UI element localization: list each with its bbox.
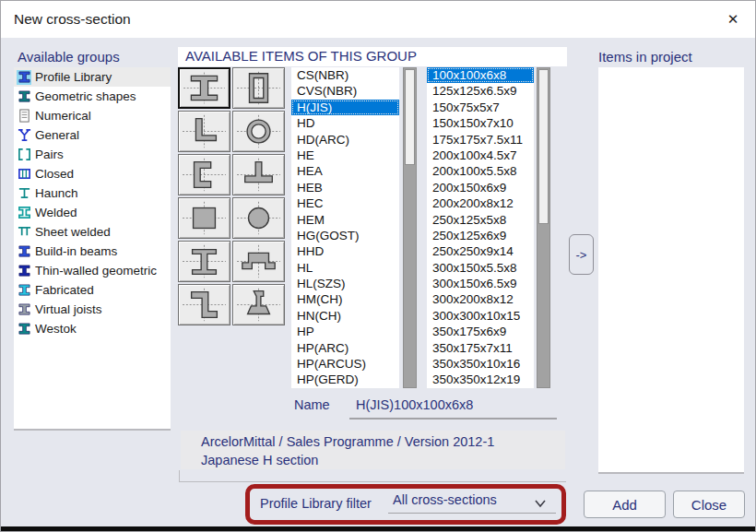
profile-type-item[interactable]: HM(CH) <box>291 291 399 307</box>
profile-type-item[interactable]: HL <box>291 260 399 276</box>
filter-underline <box>388 513 556 514</box>
profile-size-item[interactable]: 150x150x7x10 <box>427 115 534 131</box>
profile-size-item[interactable]: 300x150x6.5x9 <box>427 276 534 291</box>
profile-size-item[interactable]: 125x125x6.5x9 <box>427 83 534 99</box>
sidebar-item-fabricated[interactable]: Fabricated <box>14 280 171 300</box>
rectangular-hollow-icon <box>233 68 284 108</box>
profile-size-item[interactable]: 100x100x6x8 <box>427 67 534 83</box>
close-button[interactable]: Close <box>673 491 745 518</box>
profile-size-item[interactable]: 250x125x6x9 <box>427 228 534 243</box>
profile-library-filter-dropdown[interactable]: All cross-sections <box>393 492 497 507</box>
profile-size-item[interactable]: 200x150x6x9 <box>427 180 534 195</box>
circular-hollow-button[interactable] <box>232 111 285 152</box>
profile-type-item[interactable]: HP(ARCUS) <box>291 356 399 372</box>
available-groups-list[interactable]: Profile LibraryGeometric shapesNumerical… <box>14 67 171 431</box>
title-bar: New cross-section ✕ <box>1 1 755 38</box>
profile-size-item[interactable]: 300x200x8x12 <box>427 291 534 307</box>
i-section-button[interactable] <box>178 67 230 109</box>
profile-size-scrollbar[interactable] <box>537 67 550 388</box>
t-section-icon <box>233 155 284 195</box>
rolled-i-beam-icon <box>179 242 230 281</box>
solid-circle-icon <box>233 198 284 238</box>
profile-type-item[interactable]: HE <box>291 148 399 163</box>
profile-size-item[interactable]: 200x100x4.5x7 <box>427 148 534 163</box>
profile-type-scrollbar-thumb[interactable] <box>405 69 415 165</box>
sidebar-item-build-in-beams[interactable]: Build-in beams <box>14 242 171 261</box>
profile-type-item[interactable]: HN(CH) <box>291 308 399 324</box>
sidebar-item-sheet-welded[interactable]: Sheet welded <box>14 222 171 242</box>
profile-type-item[interactable]: HD <box>291 115 399 131</box>
items-in-project-header: Items in project <box>598 49 692 65</box>
profile-size-item[interactable]: 300x150x5.5x8 <box>427 260 534 276</box>
profile-size-item[interactable]: 175x175x7.5x11 <box>427 132 534 148</box>
sidebar-item-geometric-shapes[interactable]: Geometric shapes <box>14 87 171 106</box>
sidebar-item-westok[interactable]: Westok <box>14 319 171 338</box>
c-channel-button[interactable] <box>178 154 230 195</box>
general-icon <box>17 128 31 143</box>
transfer-to-project-button[interactable]: -> <box>569 234 594 275</box>
sidebar-item-label: Virtual joists <box>35 302 102 316</box>
close-icon[interactable]: ✕ <box>722 8 744 30</box>
name-value[interactable]: H(JIS)100x100x6x8 <box>356 397 473 412</box>
profile-size-item[interactable]: 350x350x12x19 <box>427 372 534 387</box>
solid-circle-button[interactable] <box>232 197 285 239</box>
name-label: Name <box>294 397 330 412</box>
profile-size-item[interactable]: 350x175x7x11 <box>427 340 534 356</box>
sidebar-item-profile-library[interactable]: Profile Library <box>14 67 171 87</box>
thin-walled-geometric-icon <box>17 264 31 278</box>
sidebar-item-label: Numerical <box>35 109 91 123</box>
sidebar-item-thin-walled-geometric[interactable]: Thin-walled geometric <box>14 261 171 280</box>
profile-size-item[interactable]: 300x300x10x15 <box>427 308 534 324</box>
haunch-icon <box>17 186 31 201</box>
profile-type-item[interactable]: HEM <box>291 212 399 228</box>
sidebar-item-virtual-joists[interactable]: Virtual joists <box>14 300 171 319</box>
profile-size-item[interactable]: 200x100x5.5x8 <box>427 163 534 179</box>
i-section-icon <box>180 69 229 107</box>
profile-type-item[interactable]: HHD <box>291 243 399 259</box>
catalogue-info-box: ArcelorMittal / Sales Programme / Versio… <box>181 431 565 469</box>
profile-type-item[interactable]: HEA <box>291 163 399 179</box>
profile-size-item[interactable]: 150x75x5x7 <box>427 100 534 115</box>
sidebar-item-general[interactable]: General <box>14 125 171 145</box>
sidebar-item-haunch[interactable]: Haunch <box>14 183 171 203</box>
hat-section-button[interactable] <box>232 241 285 282</box>
profile-size-scrollbar-thumb[interactable] <box>538 69 549 224</box>
profile-type-item[interactable]: HP <box>291 324 399 339</box>
rail-section-button[interactable] <box>232 284 285 325</box>
l-angle-button[interactable] <box>178 111 230 152</box>
profile-type-item[interactable]: CVS(NBR) <box>291 83 399 99</box>
sidebar-item-welded[interactable]: Welded <box>14 203 171 222</box>
sidebar-item-label: Build-in beams <box>35 244 117 258</box>
chevron-down-icon[interactable] <box>534 499 547 508</box>
profile-size-item[interactable]: 250x250x9x14 <box>427 243 534 259</box>
profile-type-item[interactable]: HG(GOST) <box>291 228 399 243</box>
sidebar-item-pairs[interactable]: Pairs <box>14 145 171 164</box>
profile-type-list[interactable]: CS(NBR)CVS(NBR)H(JIS)HDHD(ARC)HEHEAHEBHE… <box>291 67 399 388</box>
add-button[interactable]: Add <box>584 491 666 518</box>
z-section-button[interactable] <box>178 284 230 325</box>
profile-type-item[interactable]: HP(GERD) <box>291 372 399 387</box>
profile-type-item[interactable]: HD(ARC) <box>291 132 399 148</box>
profile-type-item[interactable]: HP(ARC) <box>291 340 399 356</box>
solid-rectangle-button[interactable] <box>178 197 230 239</box>
profile-type-item[interactable]: CS(NBR) <box>291 67 399 83</box>
rectangular-hollow-button[interactable] <box>232 67 285 109</box>
sidebar-item-closed[interactable]: Closed <box>14 164 171 183</box>
profile-size-item[interactable]: 250x125x5x8 <box>427 212 534 228</box>
catalogue-info-line1: ArcelorMittal / Sales Programme / Versio… <box>201 432 565 451</box>
profile-type-item[interactable]: HL(SZS) <box>291 276 399 291</box>
profile-type-item[interactable]: HEB <box>291 180 399 195</box>
sheet-welded-icon <box>17 225 31 240</box>
profile-size-item[interactable]: 350x350x10x16 <box>427 356 534 372</box>
available-groups-header: Available groups <box>18 49 120 65</box>
t-section-button[interactable] <box>232 154 285 195</box>
profile-size-list[interactable]: 100x100x6x8125x125x6.5x9150x75x5x7150x15… <box>427 67 534 388</box>
rolled-i-beam-button[interactable] <box>178 241 230 282</box>
profile-type-scrollbar[interactable] <box>403 67 417 388</box>
profile-type-item[interactable]: HEC <box>291 195 399 211</box>
profile-size-item[interactable]: 200x200x8x12 <box>427 195 534 211</box>
items-in-project-list[interactable] <box>598 67 744 474</box>
sidebar-item-numerical[interactable]: Numerical <box>14 106 171 125</box>
profile-type-item[interactable]: H(JIS) <box>291 100 399 115</box>
profile-size-item[interactable]: 350x175x6x9 <box>427 324 534 339</box>
